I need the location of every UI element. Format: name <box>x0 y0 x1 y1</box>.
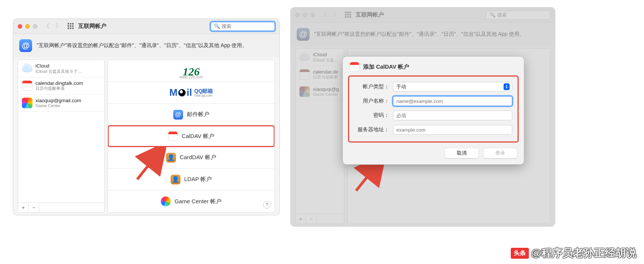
search-icon: 🔍 <box>490 12 496 18</box>
username-input[interactable] <box>393 96 512 106</box>
sidebar-footer: ＋ － <box>296 214 344 224</box>
calendar-icon <box>299 69 310 80</box>
gamecenter-icon <box>22 98 32 108</box>
watermark-badge: 头条 <box>511 248 529 259</box>
add-account-button[interactable]: ＋ <box>18 203 29 212</box>
password-input[interactable] <box>393 111 512 120</box>
username-label: 用户名称： <box>354 98 389 104</box>
close-icon[interactable] <box>18 24 22 29</box>
caldav-modal: 添加 CalDAV 帐户 帐户类型： 手动 ▴▾ 用户名称： 密码： <box>343 57 524 164</box>
minimize-icon[interactable] <box>25 24 30 29</box>
titlebar: 〈 〉 互联网帐户 🔍 <box>291 8 555 23</box>
account-title: calendar.dir <box>313 69 338 75</box>
account-dingtalk[interactable]: calendar.dingtalk.com 日历与提醒事项 <box>18 77 104 95</box>
apps-grid-icon[interactable] <box>68 23 74 30</box>
content-body: iCloud iCloud 云盘及其他 9 个… calendar.dingta… <box>13 57 279 215</box>
forward-button[interactable]: 〉 <box>55 22 62 30</box>
ldap-icon: 👤 <box>171 175 180 184</box>
nav-arrows: 〈 〉 <box>43 22 62 30</box>
login-button[interactable]: 登录 <box>483 148 517 158</box>
watermark-text: @程序员老孙正经胡说 <box>531 246 636 260</box>
account-icloud[interactable]: iCloud iCloud 云盘及其他 <box>296 49 344 66</box>
back-button[interactable]: 〈 <box>43 22 49 30</box>
zoom-icon[interactable] <box>310 13 315 17</box>
account-sub: 日历与提醒事项 <box>35 86 83 91</box>
window-controls <box>295 13 315 17</box>
account-sub: Game Center <box>35 103 81 108</box>
calendar-icon <box>22 80 32 91</box>
search-input[interactable] <box>497 12 547 18</box>
add-account-button[interactable]: ＋ <box>296 214 306 224</box>
calendar-icon <box>350 62 359 72</box>
provider-list: 126 www.126.com Mil QQ邮箱 mail.qq.com @ 邮… <box>108 60 275 213</box>
minimize-icon[interactable] <box>303 13 307 17</box>
accounts-sidebar: iCloud iCloud 云盘及其他 calendar.dir 日历与提醒事 … <box>295 48 344 224</box>
modal-footer: 取消 登录 <box>343 143 524 164</box>
modal-body: 帐户类型： 手动 ▴▾ 用户名称： 密码： <box>348 75 519 143</box>
remove-account-button[interactable]: － <box>306 214 317 224</box>
screenshot-left: 〈 〉 互联网帐户 🔍 @ "互联网帐户"将设置您的帐户以配合"邮件"、"通讯录… <box>13 19 279 215</box>
sidebar-footer: ＋ － <box>18 203 104 212</box>
account-title: calendar.dingtalk.com <box>35 80 83 86</box>
server-label: 服务器地址： <box>354 126 389 133</box>
account-type-value: 手动 <box>396 83 406 90</box>
description-row: @ "互联网帐户"将设置您的帐户以配合"邮件"、"通讯录"、"日历"、"信息"以… <box>291 23 555 46</box>
description-row: @ "互联网帐户"将设置您的帐户以配合"邮件"、"通讯录"、"日历"、"信息"以… <box>13 34 279 57</box>
accounts-sidebar: iCloud iCloud 云盘及其他 9 个… calendar.dingta… <box>18 60 105 213</box>
description-text: "互联网帐户"将设置您的帐户以配合"邮件"、"通讯录"、"日历"、"信息"以及其… <box>37 42 247 49</box>
watermark: 头条 @程序员老孙正经胡说 <box>511 246 636 260</box>
remove-account-button[interactable]: － <box>29 203 39 212</box>
account-dingtalk[interactable]: calendar.dir 日历与提醒事 <box>296 66 344 83</box>
server-input[interactable] <box>393 125 512 135</box>
account-gmail[interactable]: xiaoquqi@gmail.com Game Center <box>18 95 104 112</box>
account-type-label: 帐户类型： <box>354 83 389 90</box>
account-sub: Game Center <box>313 92 339 97</box>
screenshot-right: 〈 〉 互联网帐户 🔍 @ "互联网帐户"将设置您的帐户以配合"邮件"、"通讯录… <box>291 8 555 226</box>
account-type-select[interactable]: 手动 ▴▾ <box>393 82 512 92</box>
apps-grid-icon[interactable] <box>345 12 352 18</box>
window-title: 互联网帐户 <box>78 23 106 30</box>
account-title: iCloud <box>313 52 340 58</box>
account-sub: iCloud 云盘及其他 <box>313 58 340 63</box>
search-input[interactable] <box>222 23 271 29</box>
provider-126-url: www.126.com <box>179 75 203 79</box>
provider-carddav[interactable]: 👤 CardDAV 帐户 <box>108 147 274 169</box>
account-icloud[interactable]: iCloud iCloud 云盘及其他 9 个… <box>18 60 104 77</box>
provider-126[interactable]: 126 www.126.com <box>108 60 274 82</box>
mail-icon: @ <box>173 110 183 120</box>
account-title: xiaoquqi@g <box>313 86 339 92</box>
account-title: xiaoquqi@gmail.com <box>35 98 81 104</box>
provider-label: Game Center 帐户 <box>174 198 221 205</box>
icloud-icon <box>299 53 310 61</box>
cancel-button[interactable]: 取消 <box>445 148 479 158</box>
calendar-icon <box>168 131 178 141</box>
icloud-icon <box>22 64 32 72</box>
forward-button[interactable]: 〉 <box>333 11 339 19</box>
window-controls <box>18 24 37 29</box>
search-box[interactable]: 🔍 <box>211 22 275 31</box>
zoom-icon[interactable] <box>33 24 37 29</box>
at-icon: @ <box>297 28 310 41</box>
help-button[interactable]: ? <box>263 201 271 209</box>
nav-arrows: 〈 〉 <box>321 11 339 19</box>
provider-caldav[interactable]: CalDAV 帐户 <box>108 125 275 147</box>
gamecenter-icon <box>299 86 310 97</box>
chevron-up-down-icon: ▴▾ <box>504 83 510 90</box>
provider-label: CalDAV 帐户 <box>182 133 214 140</box>
account-sub: 日历与提醒事 <box>313 75 338 80</box>
close-icon[interactable] <box>295 13 300 17</box>
provider-qqmail[interactable]: Mil QQ邮箱 mail.qq.com <box>108 82 274 104</box>
provider-label: LDAP 帐户 <box>184 176 212 183</box>
provider-mail[interactable]: @ 邮件帐户 <box>108 104 274 126</box>
account-gmail[interactable]: xiaoquqi@g Game Center <box>296 83 344 101</box>
qqmail-logo: Mil QQ邮箱 mail.qq.com <box>169 87 213 98</box>
window-title: 互联网帐户 <box>356 11 384 18</box>
provider-gamecenter[interactable]: Game Center 帐户 <box>108 190 274 212</box>
back-button[interactable]: 〈 <box>321 11 327 19</box>
modal-title: 添加 CalDAV 帐户 <box>363 63 409 71</box>
password-label: 密码： <box>354 112 389 119</box>
search-icon: 🔍 <box>214 23 220 29</box>
provider-label: CardDAV 帐户 <box>180 154 216 161</box>
provider-ldap[interactable]: 👤 LDAP 帐户 <box>108 169 274 190</box>
search-box[interactable]: 🔍 <box>486 11 550 20</box>
